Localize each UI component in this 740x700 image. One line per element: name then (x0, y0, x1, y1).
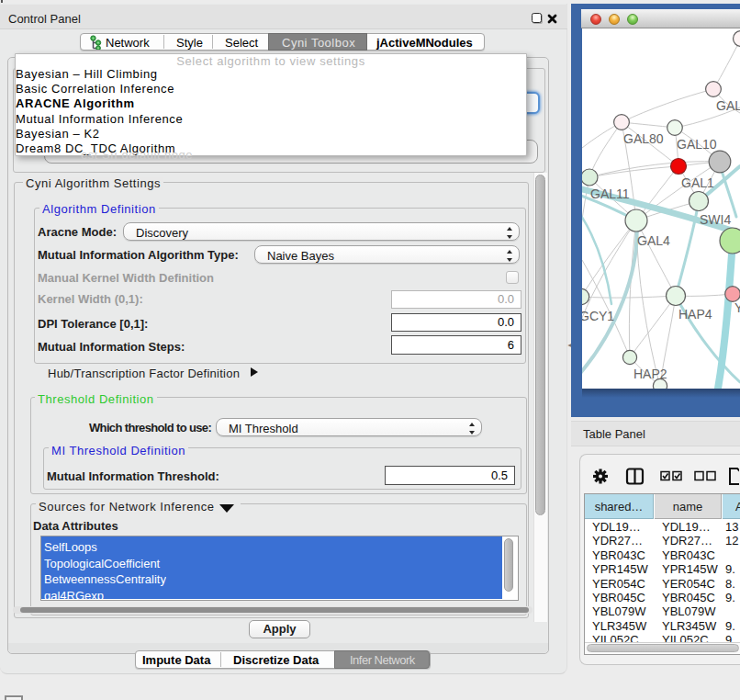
svg-text:GAL7: GAL7 (716, 98, 740, 113)
svg-text:GAL1: GAL1 (681, 175, 714, 190)
svg-text:GAL11: GAL11 (590, 186, 630, 201)
svg-text:GAL80: GAL80 (623, 131, 664, 146)
svg-text:GCY1: GCY1 (582, 309, 614, 323)
svg-text:GAL10: GAL10 (677, 137, 717, 152)
svg-text:SWI4: SWI4 (700, 212, 731, 227)
svg-text:HAP2: HAP2 (633, 367, 667, 381)
svg-text:Y: Y (734, 300, 740, 315)
svg-text:HAP4: HAP4 (678, 307, 712, 322)
svg-text:GAL4: GAL4 (637, 233, 670, 248)
